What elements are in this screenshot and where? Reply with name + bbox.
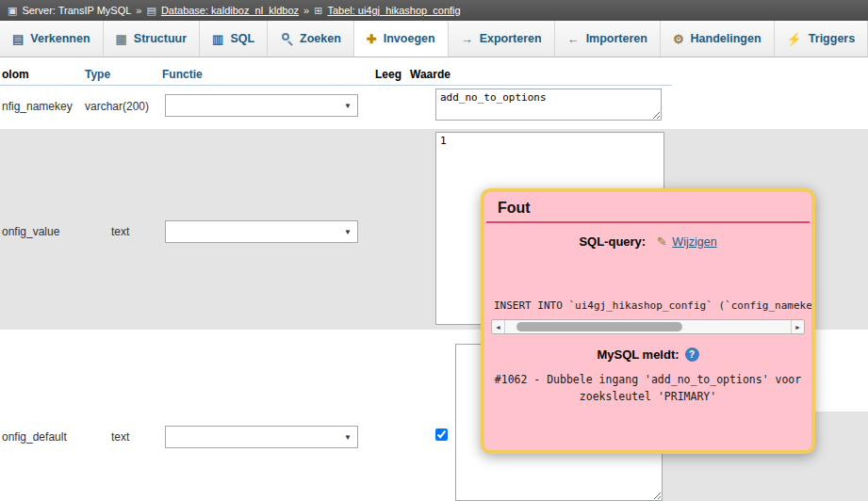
error-message-line2: zoeksleutel 'PRIMARY' (484, 388, 811, 405)
chevron-down-icon: ▼ (344, 102, 352, 110)
tab-label: Handelingen (691, 32, 762, 45)
scrollbar-thumb[interactable] (516, 322, 681, 331)
tab-exporteren[interactable]: → Exporteren (449, 21, 555, 57)
breadcrumb-separator: » (136, 5, 141, 16)
triggers-icon: ⚡ (787, 33, 802, 45)
error-message-line1: #1062 - Dubbele ingang 'add_no_to_option… (484, 371, 811, 388)
chevron-down-icon: ▼ (344, 228, 352, 236)
breadcrumb-separator: » (303, 5, 309, 16)
tab-structuur[interactable]: ▦ Structuur (104, 21, 201, 57)
column-type-label: varchar(200) (85, 100, 149, 113)
phpmyadmin-page: ▣ Server: TransIP MySQL » ▤ Database: ka… (0, 0, 868, 501)
horizontal-scrollbar[interactable]: ◄ ► (491, 319, 805, 334)
error-message: #1062 - Dubbele ingang 'add_no_to_option… (484, 371, 811, 406)
column-type-label: text (111, 430, 129, 444)
insert-icon: ✚ (367, 33, 377, 45)
tab-label: Exporteren (480, 32, 542, 45)
dialog-body: SQL-query: ✎ Wijzigen INSERT INTO `ui4gj… (484, 234, 811, 406)
sql-icon: ▥ (212, 33, 223, 45)
tab-triggers[interactable]: ⚡ Triggers (775, 21, 868, 57)
column-header-type: Type (85, 68, 110, 81)
function-select[interactable]: ▼ (165, 94, 358, 117)
tab-zoeken[interactable]: Zoeken (268, 21, 354, 57)
dialog-title: Fout (498, 200, 531, 216)
browse-icon: ▤ (12, 33, 24, 45)
dialog-title-divider (486, 221, 810, 223)
function-select[interactable]: ▼ (165, 426, 358, 448)
breadcrumb-database-link[interactable]: Database: kaldiboz_nl_kldboz (161, 5, 299, 16)
tab-invoegen[interactable]: ✚ Invoegen (354, 21, 449, 57)
scroll-right-arrow-icon[interactable]: ► (791, 320, 804, 333)
tab-bar: ▤ Verkennen ▦ Structuur ▥ SQL Zoeken ✚ I… (0, 21, 868, 57)
tab-sql[interactable]: ▥ SQL (200, 21, 268, 57)
header-divider (0, 85, 672, 86)
column-name-label: onfig_value (2, 225, 59, 238)
column-name-label: onfig_default (2, 430, 67, 444)
breadcrumb-table-link[interactable]: Tabel: ui4gj_hikashop_config (327, 5, 460, 16)
structure-icon: ▦ (116, 33, 127, 45)
column-name-label: nfig_namekey (2, 100, 73, 113)
tab-label: Zoeken (300, 32, 341, 45)
breadcrumb-server-label: Server: TransIP MySQL (22, 5, 131, 16)
sql-query-label: SQL-query: (579, 234, 646, 249)
tab-importeren[interactable]: ← Importeren (555, 21, 661, 57)
tab-label: Verkennen (30, 32, 90, 45)
scroll-left-arrow-icon[interactable]: ◄ (492, 320, 505, 333)
column-header-kolom: olom (2, 68, 29, 81)
export-icon: → (461, 33, 473, 45)
column-type-label: text (111, 225, 129, 238)
tab-label: Structuur (134, 32, 187, 45)
breadcrumb: ▣ Server: TransIP MySQL » ▤ Database: ka… (0, 0, 868, 21)
function-select[interactable]: ▼ (165, 220, 358, 243)
column-header-functie: Functie (162, 68, 203, 81)
tab-label: Importeren (586, 32, 647, 45)
tab-verkennen[interactable]: ▤ Verkennen (0, 21, 104, 57)
import-icon: ← (567, 33, 580, 45)
dialog-titlebar[interactable]: Fout (484, 192, 811, 221)
help-icon[interactable]: ? (685, 347, 699, 362)
pencil-icon: ✎ (657, 234, 667, 249)
tab-label: Invoegen (384, 32, 435, 45)
database-icon: ▤ (146, 5, 156, 17)
mysql-said-label: MySQL meldt: (597, 347, 679, 362)
search-icon (280, 32, 293, 45)
chevron-down-icon: ▼ (344, 433, 352, 442)
tab-label: Triggers (809, 32, 855, 45)
table-icon: ⊞ (314, 5, 322, 17)
column-header-leeg: Leeg (375, 68, 401, 81)
server-icon: ▣ (8, 5, 17, 17)
error-dialog: Fout SQL-query: ✎ Wijzigen INSERT INTO `… (481, 188, 815, 454)
tab-handelingen[interactable]: ⚙ Handelingen (661, 21, 775, 57)
value-input[interactable]: add_no_to_options (435, 89, 662, 121)
sql-query-text: INSERT INTO `ui4gj_hikashop_config` (`co… (484, 299, 811, 312)
null-checkbox[interactable] (435, 428, 448, 441)
operations-icon: ⚙ (673, 33, 684, 45)
edit-sql-link[interactable]: Wijzigen (672, 235, 716, 249)
tab-label: SQL (230, 32, 254, 45)
column-header-waarde: Waarde (410, 68, 450, 81)
